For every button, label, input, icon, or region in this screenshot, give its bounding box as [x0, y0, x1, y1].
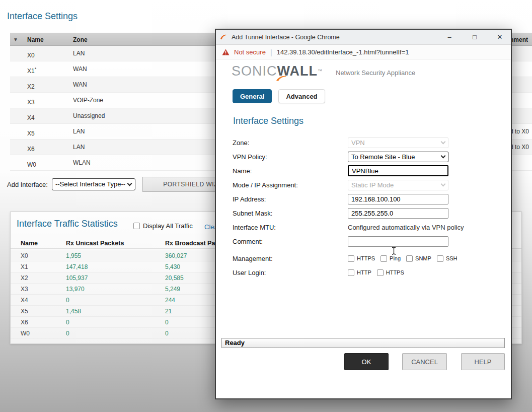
tab-bar: General Advanced	[233, 89, 325, 103]
brand-header: SONICWALL™ Network Security Appliance	[232, 63, 415, 79]
interface-name: X1*	[27, 61, 36, 79]
sonicwall-swoosh-icon	[276, 75, 287, 82]
comment-label: Comment:	[233, 238, 348, 245]
chevron-down-icon	[441, 181, 446, 186]
name-row: Name:	[233, 164, 494, 178]
address-separator: |	[270, 48, 272, 56]
vpn-policy-label: VPN Policy:	[233, 153, 348, 161]
address-bar[interactable]: Not secure | 142.39.18.30/editInterface_…	[216, 45, 511, 59]
ip-address-row: IP Address:	[233, 192, 494, 206]
subnet-mask-input[interactable]	[348, 208, 448, 219]
mode-ip-assignment-label: Mode / IP Assignment:	[233, 181, 348, 189]
status-bar: Ready	[221, 338, 505, 348]
zone-select: VPN	[348, 138, 448, 148]
ip-address-label: IP Address:	[233, 195, 348, 203]
url-text[interactable]: 142.39.18.30/editInterface_-1.html?tunne…	[277, 48, 409, 56]
management-row: Management: HTTPS Ping SNMP SSH	[233, 251, 494, 265]
tab-advanced[interactable]: Advanced	[278, 89, 325, 103]
management-snmp-checkbox[interactable]	[406, 255, 413, 262]
interface-zone: VOIP-Zone	[73, 93, 103, 108]
traffic-statistics-title: Interface Traffic Statistics	[17, 219, 118, 229]
column-header-name[interactable]: Name	[27, 33, 44, 46]
column-header-rx-unicast: Rx Unicast Packets	[66, 240, 124, 247]
interface-name: X3	[27, 93, 35, 110]
sonicwall-favicon-icon	[220, 34, 227, 40]
display-all-traffic-checkbox[interactable]	[133, 223, 140, 229]
column-header-zone[interactable]: Zone	[73, 33, 88, 46]
vpn-policy-row: VPN Policy: To Remote Site - Blue	[233, 150, 494, 164]
interface-assignment-fragment: d to X0	[510, 140, 529, 155]
zone-row: Zone: VPN	[233, 135, 494, 150]
user-login-label: User Login:	[233, 269, 348, 277]
interface-name: X6	[27, 140, 35, 157]
interface-zone: WAN	[73, 77, 87, 93]
popup-content: SONICWALL™ Network Security Appliance Ge…	[216, 59, 511, 398]
window-controls: – □ ✕	[445, 33, 504, 41]
mode-ip-assignment-select: Static IP Mode	[348, 180, 448, 190]
add-tunnel-interface-window: Add Tunnel Interface - Google Chrome – □…	[215, 29, 512, 399]
close-icon[interactable]: ✕	[496, 33, 504, 41]
management-label: Management:	[233, 255, 348, 262]
interface-name: X0	[27, 46, 35, 63]
add-interface-label: Add Interface:	[7, 181, 48, 188]
user-login-row: User Login: HTTP HTTPS	[233, 265, 494, 280]
subnet-mask-label: Subnet Mask:	[233, 210, 348, 217]
minimize-icon[interactable]: –	[445, 33, 453, 41]
interface-name: X2	[27, 77, 35, 95]
sort-arrow-icon[interactable]: ▼	[13, 33, 18, 46]
interface-settings-form: Zone: VPN VPN Policy: To Remote Site - B…	[233, 135, 494, 280]
chevron-down-icon	[441, 153, 446, 158]
zone-label: Zone:	[233, 139, 348, 147]
window-title: Add Tunnel Interface - Google Chrome	[232, 34, 340, 41]
column-header-fragment: nment	[510, 33, 528, 46]
tab-general[interactable]: General	[233, 89, 272, 103]
mode-row: Mode / IP Assignment: Static IP Mode	[233, 178, 494, 192]
name-input[interactable]	[348, 165, 448, 176]
user-login-https-checkbox[interactable]	[377, 269, 384, 276]
display-all-traffic-option: Display All Traffic	[133, 222, 193, 230]
maximize-icon[interactable]: □	[471, 33, 479, 41]
subnet-mask-row: Subnet Mask:	[233, 206, 494, 220]
user-login-options: HTTP HTTPS	[348, 269, 404, 276]
warning-triangle-icon	[222, 49, 230, 55]
cancel-button[interactable]: CANCEL	[402, 353, 447, 370]
interface-zone: WLAN	[73, 155, 91, 171]
interface-mtu-label: Interface MTU:	[233, 224, 348, 231]
help-button[interactable]: HELP	[461, 353, 505, 370]
interface-zone: LAN	[73, 46, 85, 61]
display-all-traffic-label: Display All Traffic	[143, 222, 193, 230]
not-secure-label[interactable]: Not secure	[234, 48, 266, 56]
page-title: Interface Settings	[7, 11, 78, 22]
text-cursor-pointer	[391, 247, 397, 255]
interface-name: W0	[27, 155, 36, 173]
interface-settings-section-title: Interface Settings	[233, 116, 303, 126]
management-options: HTTPS Ping SNMP SSH	[348, 255, 458, 262]
interface-name: X5	[27, 124, 35, 142]
management-ping-checkbox[interactable]	[381, 255, 387, 262]
appliance-tagline: Network Security Appliance	[336, 69, 415, 77]
comment-row: Comment:	[233, 234, 494, 248]
screen: Interface Settings ▼ Name Zone nment X0 …	[0, 0, 532, 412]
chevron-down-icon	[441, 139, 446, 144]
interface-zone: Unassigned	[73, 108, 105, 124]
column-header-name: Name	[21, 240, 38, 247]
interface-zone: LAN	[73, 124, 85, 140]
interface-mtu-row: Interface MTU: Configured automatically …	[233, 220, 494, 234]
interface-assignment-fragment: d to X0	[510, 124, 529, 140]
ok-button[interactable]: OK	[344, 353, 389, 370]
interface-type-select[interactable]: --Select Interface Type--	[52, 178, 135, 190]
ip-address-input[interactable]	[348, 194, 448, 204]
management-ssh-checkbox[interactable]	[437, 255, 443, 262]
sonicwall-logo: SONICWALL™	[232, 63, 323, 79]
user-login-http-checkbox[interactable]	[348, 269, 354, 276]
interface-name: X4	[27, 108, 35, 126]
window-titlebar[interactable]: Add Tunnel Interface - Google Chrome – □…	[216, 30, 511, 45]
name-label: Name:	[233, 167, 348, 175]
comment-input[interactable]	[348, 236, 448, 247]
interface-mtu-value: Configured automatically via VPN policy	[348, 224, 464, 231]
chevron-down-icon	[127, 181, 132, 186]
management-https-checkbox[interactable]	[348, 255, 354, 262]
vpn-policy-select[interactable]: To Remote Site - Blue	[348, 152, 448, 162]
interface-zone: WAN	[73, 61, 87, 77]
interface-zone: LAN	[73, 140, 85, 155]
